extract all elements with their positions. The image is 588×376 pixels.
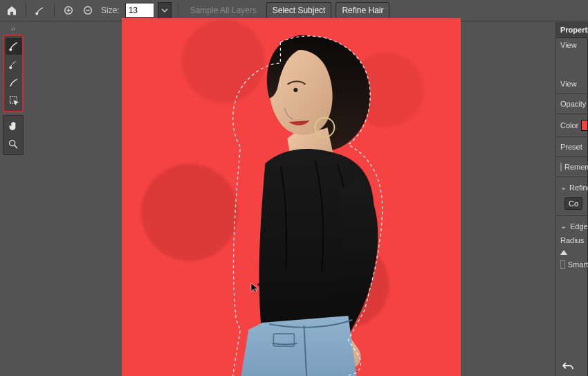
home-icon[interactable] xyxy=(4,3,19,18)
brush-size-input[interactable] xyxy=(125,3,154,18)
remember-settings-checkbox[interactable]: Remember xyxy=(556,160,588,174)
add-to-selection-icon[interactable] xyxy=(61,3,76,18)
canvas[interactable] xyxy=(122,18,461,376)
preset-row[interactable]: Preset xyxy=(556,140,588,154)
hand-tool[interactable] xyxy=(5,118,21,134)
selection-tools-group xyxy=(3,35,24,112)
separator xyxy=(26,3,26,17)
view-row[interactable]: View xyxy=(556,77,588,91)
opacity-row[interactable]: Opacity xyxy=(556,97,588,111)
svg-point-11 xyxy=(293,88,297,92)
refine-section-header[interactable]: ⌄ Refine xyxy=(556,180,588,195)
smart-radius-checkbox[interactable]: Smart xyxy=(556,258,588,271)
select-subject-button[interactable]: Select Subject xyxy=(266,2,332,19)
checkbox-icon xyxy=(560,163,562,171)
zoom-tool[interactable] xyxy=(5,136,21,152)
brush-preview-icon[interactable] xyxy=(33,3,48,18)
quick-selection-tool[interactable] xyxy=(6,38,22,55)
overlay-color-swatch[interactable] xyxy=(581,120,588,131)
overlay-color-row[interactable]: Color xyxy=(556,117,588,134)
dock-expander-icon[interactable]: ›› xyxy=(3,25,24,32)
subtract-from-selection-icon[interactable] xyxy=(80,3,95,18)
workspace xyxy=(28,21,555,376)
svg-point-9 xyxy=(10,141,15,146)
properties-panel-title: Properties xyxy=(556,22,588,38)
brush-size-dropdown[interactable] xyxy=(158,2,172,19)
chevron-down-icon: ⌄ xyxy=(560,183,567,192)
brush-tool[interactable] xyxy=(6,74,22,91)
tool-dock: ›› xyxy=(3,25,24,155)
chevron-down-icon: ⌄ xyxy=(560,222,567,231)
refine-action-button[interactable]: Co xyxy=(564,197,582,210)
radius-slider-thumb-icon[interactable] xyxy=(560,250,567,255)
refine-edge-brush-tool[interactable] xyxy=(6,56,22,73)
nav-tools-group xyxy=(3,115,24,155)
svg-point-7 xyxy=(10,66,12,69)
view-mode-row[interactable]: View xyxy=(556,38,588,52)
properties-panel: Properties View View Opacity Color Prese… xyxy=(555,22,588,376)
edge-detection-section-header[interactable]: ⌄ Edge xyxy=(556,219,588,233)
undo-icon[interactable] xyxy=(560,359,576,372)
separator xyxy=(178,3,178,17)
svg-line-10 xyxy=(15,145,17,148)
sample-all-layers-toggle[interactable]: Sample All Layers xyxy=(185,3,262,18)
radius-row[interactable]: Radius xyxy=(556,233,588,247)
svg-point-6 xyxy=(10,48,12,51)
refine-hair-button[interactable]: Refine Hair xyxy=(336,2,389,19)
checkbox-icon xyxy=(560,260,565,269)
subject-image xyxy=(176,18,415,376)
object-selection-tool[interactable] xyxy=(6,92,22,109)
svg-point-0 xyxy=(36,12,38,15)
brush-size-label: Size: xyxy=(100,6,121,15)
separator xyxy=(54,3,55,17)
color-label: Color xyxy=(560,121,578,129)
